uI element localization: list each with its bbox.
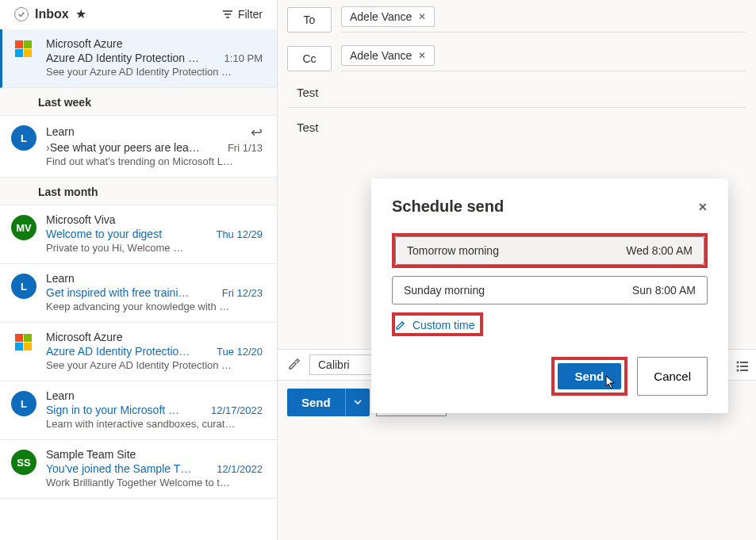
svg-point-3: [737, 362, 739, 364]
message-preview: See your Azure AD Identity Protection …: [46, 359, 263, 371]
svg-point-5: [737, 366, 739, 368]
message-item[interactable]: SS Sample Team Site You've joined the Sa…: [0, 440, 277, 499]
message-preview: Find out what's trending on Microsoft L…: [46, 155, 263, 167]
star-icon[interactable]: ★: [75, 6, 86, 21]
message-date: 12/1/2022: [217, 463, 263, 475]
message-sender: Sample Team Site: [46, 448, 263, 461]
message-date: 1:10 PM: [224, 52, 263, 64]
message-preview: See your Azure AD Identity Protection …: [46, 66, 263, 78]
schedule-send-confirm-button[interactable]: Send: [558, 363, 622, 389]
svg-rect-4: [740, 362, 748, 363]
message-date: Fri 12/23: [222, 287, 263, 299]
message-date: Thu 12/29: [216, 228, 263, 240]
cc-input[interactable]: Adele Vance ✕: [341, 45, 746, 71]
message-preview: Keep advancing your knowledge with …: [46, 301, 263, 312]
filter-icon: [222, 9, 233, 20]
format-painter-icon[interactable]: [287, 356, 301, 373]
message-preview: Work Brilliantly Together Welcome to t…: [46, 477, 263, 488]
message-sender: Learn: [46, 125, 75, 138]
svg-rect-8: [740, 370, 748, 371]
cc-row: Cc Adele Vance ✕: [278, 39, 756, 78]
subject-input[interactable]: Test: [287, 78, 746, 108]
avatar: L: [11, 125, 36, 151]
section-last-week[interactable]: Last week: [0, 88, 277, 116]
to-row: To Adele Vance ✕: [278, 0, 756, 39]
send-button[interactable]: Send: [287, 389, 345, 416]
send-dropdown-button[interactable]: [345, 389, 370, 416]
inbox-header: Inbox ★ Filter: [0, 0, 277, 29]
message-subject: Sign in to your Microsoft …: [46, 404, 179, 416]
avatar: L: [11, 391, 36, 416]
avatar: MV: [11, 215, 36, 240]
message-subject: Azure AD Identity Protection …: [46, 52, 199, 64]
folder-title: Inbox: [35, 7, 69, 21]
microsoft-logo-icon: [15, 40, 32, 57]
custom-time-link[interactable]: Custom time: [395, 319, 475, 331]
recipient-chip[interactable]: Adele Vance ✕: [341, 45, 435, 66]
svg-point-7: [737, 370, 739, 372]
chevron-down-icon: [354, 398, 362, 406]
select-all-toggle[interactable]: [14, 7, 29, 21]
section-last-month[interactable]: Last month: [0, 178, 277, 205]
message-date: Tue 12/20: [217, 346, 263, 358]
message-subject: Welcome to your digest: [46, 228, 162, 240]
message-list-pane: Inbox ★ Filter Microsoft Azure Azure AD …: [0, 0, 278, 540]
message-sender: Learn: [46, 272, 263, 285]
message-date: Fri 1/13: [228, 142, 263, 154]
message-preview: Private to you Hi, Welcome …: [46, 242, 263, 254]
to-input[interactable]: Adele Vance ✕: [341, 6, 746, 33]
message-preview: Learn with interactive sandboxes, curat…: [46, 418, 263, 430]
svg-marker-15: [606, 376, 614, 389]
microsoft-logo-icon: [15, 334, 32, 350]
svg-rect-6: [740, 366, 748, 367]
message-sender: Learn: [46, 389, 263, 402]
message-item[interactable]: L Learn ↩ See what your peers are lea… F…: [0, 116, 277, 178]
send-split-button: Send: [287, 389, 370, 416]
schedule-send-cancel-button[interactable]: Cancel: [637, 357, 708, 396]
schedule-send-dialog: Schedule send ✕ Tomorrow morning Wed 8:0…: [371, 178, 728, 413]
cursor-icon: [605, 375, 616, 393]
schedule-option-tomorrow[interactable]: Tomorrow morning Wed 8:00 AM: [395, 236, 704, 265]
message-date: 12/17/2022: [211, 404, 263, 416]
message-subject: Azure AD Identity Protectio…: [46, 345, 190, 358]
remove-chip-icon[interactable]: ✕: [418, 11, 426, 22]
avatar: SS: [11, 450, 36, 475]
message-sender: Microsoft Azure: [46, 37, 263, 50]
message-item[interactable]: Microsoft Azure Azure AD Identity Protec…: [0, 29, 277, 88]
cc-button[interactable]: Cc: [287, 46, 332, 71]
message-sender: Microsoft Viva: [46, 213, 263, 226]
dialog-title: Schedule send: [392, 197, 504, 216]
close-icon[interactable]: ✕: [698, 201, 708, 213]
message-subject: See what your peers are lea…: [46, 141, 200, 154]
bulleted-list-icon[interactable]: [735, 359, 750, 377]
message-subject: Get inspired with free traini…: [46, 286, 190, 299]
remove-chip-icon[interactable]: ✕: [418, 50, 426, 61]
filter-button[interactable]: Filter: [222, 8, 263, 21]
message-item[interactable]: MV Microsoft Viva Welcome to your digest…: [0, 205, 277, 264]
message-item[interactable]: L Learn Sign in to your Microsoft … 12/1…: [0, 381, 277, 440]
pencil-icon: [395, 320, 406, 331]
recipient-chip[interactable]: Adele Vance ✕: [341, 6, 435, 27]
reply-icon[interactable]: ↩: [251, 124, 263, 141]
schedule-option-sunday[interactable]: Sunday morning Sun 8:00 AM: [392, 276, 708, 304]
message-subject: You've joined the Sample T…: [46, 462, 191, 475]
avatar: L: [11, 274, 36, 299]
to-button[interactable]: To: [287, 7, 332, 33]
message-item[interactable]: L Learn Get inspired with free traini… F…: [0, 264, 277, 323]
message-item[interactable]: Microsoft Azure Azure AD Identity Protec…: [0, 323, 277, 381]
message-sender: Microsoft Azure: [46, 331, 263, 343]
